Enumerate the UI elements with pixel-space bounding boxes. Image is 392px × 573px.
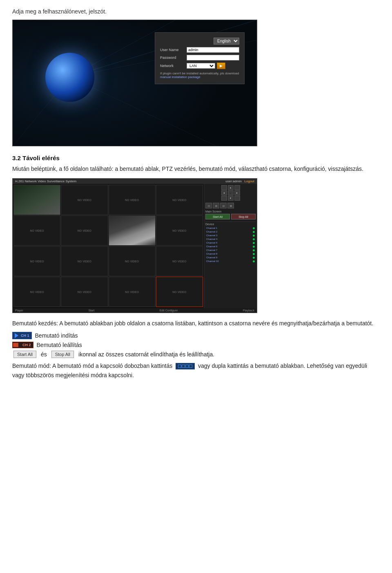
video-cell-4-3[interactable]: NO VIDEO [109, 277, 156, 307]
password-label: Password [160, 56, 187, 60]
layout-4x4[interactable]: ⊠ [227, 203, 234, 208]
surv-user-logout: user:admin Logout [225, 179, 254, 183]
stop-all-button[interactable]: Stop All [231, 214, 256, 219]
video-row-4: NO VIDEO NO VIDEO NO VIDEO NO VIDEO [13, 277, 203, 307]
surv-titlebar: H.261 Network Video Surveillance System … [13, 179, 257, 184]
ptz-down-right[interactable] [234, 196, 240, 201]
video-row-2: NO VIDEO NO VIDEO NO VIDEO [13, 215, 203, 246]
channel-dot-4 [253, 238, 255, 240]
description-paragraph: Bemutató kezdés: A bemutató ablakban job… [12, 319, 380, 328]
login-button[interactable]: ▶ [217, 63, 225, 69]
footer-start: Start [88, 309, 94, 312]
channel-item-10[interactable]: Channel 10 [205, 260, 256, 263]
ch1-label: CH 1 [21, 334, 29, 338]
ptz-down[interactable]: ▼ [228, 196, 234, 201]
ch2-label: CH 2 [22, 343, 31, 347]
video-cell-3-3[interactable]: NO VIDEO [109, 246, 156, 276]
play-label-text: Bemutató indítás [35, 332, 78, 339]
video-cell-1-3[interactable]: NO VIDEO [109, 185, 156, 215]
video-cell-1-2[interactable]: NO VIDEO [61, 185, 108, 215]
channel-item-9[interactable]: Channel 9 [205, 256, 256, 259]
ptz-right[interactable]: ► [234, 190, 240, 195]
video-cell-1-1[interactable] [13, 185, 60, 215]
video-row-3: NO VIDEO NO VIDEO NO VIDEO NO VIDEO [13, 246, 203, 276]
video-cell-4-1[interactable]: NO VIDEO [13, 277, 60, 307]
stop-all-inline-btn[interactable]: Stop All [51, 351, 74, 358]
video-cell-4-2[interactable]: NO VIDEO [61, 277, 108, 307]
grid-cell-2 [182, 365, 185, 368]
channel-dot-2 [253, 231, 255, 233]
grid-cell-3 [185, 365, 189, 368]
video-cell-4-4[interactable]: NO VIDEO [156, 277, 203, 307]
layout-switcher-icon[interactable] [176, 363, 195, 369]
ptz-up-left[interactable] [221, 185, 227, 190]
channel-item-3[interactable]: Channel 3 [205, 234, 256, 237]
section-heading: 3.2 Távoli elérés [12, 154, 380, 161]
mode-text: Bemutató mód: A bemutató mód a kapcsoló … [12, 363, 172, 369]
surv-footer: Player Start Edit Configure Playback [13, 308, 257, 313]
stop-icon-row: CH 2 Bemutató leállítás [12, 342, 380, 348]
icon-suffix-text: ikonnal az összes csatornát elindíthatja… [78, 351, 214, 358]
channel-item-6[interactable]: Channel 6 [205, 245, 256, 248]
video-cell-2-3[interactable] [109, 215, 156, 246]
intro-text: Adja meg a felhasználónevet, jelszót. [12, 8, 380, 15]
grid-cell-4 [189, 365, 192, 368]
channel-item-1[interactable]: Channel 1 [205, 226, 256, 230]
ptz-center[interactable]: · [228, 190, 234, 195]
video-cell-3-1[interactable]: NO VIDEO [13, 246, 60, 276]
username-label: User Name [160, 48, 187, 52]
channel-dot-6 [253, 246, 255, 248]
layout-2x2[interactable]: ⊞ [213, 203, 219, 208]
ptz-up-right[interactable] [234, 185, 240, 190]
video-cell-3-4[interactable]: NO VIDEO [156, 246, 203, 276]
channel-dot-9 [253, 257, 255, 259]
start-all-button[interactable]: Start All [205, 214, 230, 219]
video-cell-2-2[interactable]: NO VIDEO [61, 215, 108, 246]
password-input[interactable] [187, 55, 239, 60]
channel-dot-10 [253, 260, 255, 262]
video-cell-2-4[interactable]: NO VIDEO [156, 215, 203, 246]
channel-dot-7 [253, 249, 255, 251]
video-cell-3-2[interactable]: NO VIDEO [61, 246, 108, 276]
channel-list: Channel 1 Channel 2 Channel 3 Channel 4 … [205, 226, 256, 263]
bottom-paragraph: Bemutató mód: A bemutató mód a kapcsoló … [12, 361, 380, 380]
layout-buttons: ⊡ ⊞ ⊟ ⊠ [205, 203, 256, 208]
login-form-panel: English User Name Password Network LAN ▶… [155, 32, 245, 84]
video-cell-2-1[interactable]: NO VIDEO [13, 215, 60, 246]
and-text: és [41, 351, 47, 358]
channel-item-8[interactable]: Channel 8 [205, 252, 256, 255]
play-triangle-icon [15, 333, 18, 338]
network-label: Network [160, 64, 187, 68]
layout-3x3[interactable]: ⊟ [220, 203, 227, 208]
ptz-controls: ▲ ◄ · ► ▼ [205, 185, 256, 201]
grid-cell-1 [178, 365, 181, 368]
play-channel-icon: CH 1 [12, 332, 32, 339]
plugin-link[interactable]: manual installation package [160, 75, 239, 79]
channel-item-7[interactable]: Channel 7 [205, 248, 256, 252]
footer-playback: Playback [243, 309, 254, 312]
plugin-text: If plugin cann't be installed automatica… [160, 72, 239, 75]
footer-player: Player [15, 309, 23, 312]
surveillance-screenshot: H.261 Network Video Surveillance System … [12, 178, 257, 313]
surv-title: H.261 Network Video Surveillance System [15, 179, 76, 183]
channel-dot-3 [253, 235, 255, 237]
start-all-inline-btn[interactable]: Start All [13, 351, 36, 358]
layout-1x1[interactable]: ⊡ [205, 203, 212, 208]
play-icon-row: CH 1 Bemutató indítás [12, 332, 380, 339]
channel-dot-5 [253, 242, 255, 244]
channel-item-2[interactable]: Channel 2 [205, 230, 256, 233]
channel-item-4[interactable]: Channel 4 [205, 237, 256, 241]
ptz-left[interactable]: ◄ [221, 190, 227, 195]
surv-sidebar: ▲ ◄ · ► ▼ ⊡ ⊞ ⊟ ⊠ [204, 184, 257, 308]
ptz-down-left[interactable] [221, 196, 227, 201]
channel-item-5[interactable]: Channel 5 [205, 241, 256, 244]
language-select[interactable]: English [214, 38, 239, 45]
stop-square-icon [15, 343, 18, 347]
username-input[interactable] [187, 47, 239, 53]
channel-dot-8 [253, 253, 255, 255]
surv-body: NO VIDEO NO VIDEO NO VIDEO NO VIDEO NO V… [13, 184, 257, 308]
video-row-1: NO VIDEO NO VIDEO NO VIDEO [13, 185, 203, 215]
start-stop-all-row: Start All és Stop All ikonnal az összes … [12, 351, 380, 358]
video-cell-1-4[interactable]: NO VIDEO [156, 185, 203, 215]
network-select[interactable]: LAN [187, 63, 215, 69]
